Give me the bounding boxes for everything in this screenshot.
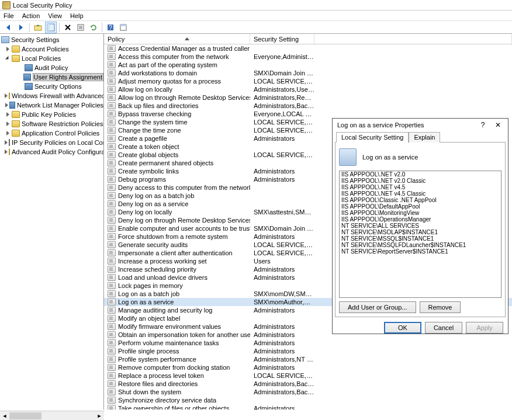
dialog-title-bar[interactable]: Log on as a service Properties ? ✕ [333, 119, 508, 131]
tree-item[interactable]: IP Security Policies on Local Compute [0, 138, 103, 147]
policy-row[interactable]: Allow log on through Remote Desktop Serv… [104, 93, 512, 102]
principal-item[interactable]: IIS APPPOOL\Classic .NET AppPool [340, 197, 501, 203]
policy-row[interactable]: Synchronize directory service data [104, 396, 512, 404]
menu-help[interactable]: Help [70, 12, 84, 19]
principal-item[interactable]: IIS APPPOOL\.NET v2.0 [340, 171, 501, 178]
principal-item[interactable]: IIS APPPOOL\.NET v4.5 Classic [340, 190, 501, 197]
tree-hscrollbar[interactable]: ◄ ► [0, 411, 104, 420]
policy-item-icon [108, 258, 116, 265]
scroll-thumb[interactable] [9, 412, 41, 419]
principal-item[interactable]: IIS APPPOOL\MonitoringView [340, 210, 501, 216]
tree-item[interactable]: Public Key Policies [0, 110, 103, 119]
tree-pane[interactable]: Security Settings Account PoliciesLocal … [0, 34, 104, 409]
menu-view[interactable]: View [48, 12, 62, 19]
expander-icon[interactable] [5, 130, 11, 136]
policy-row[interactable]: Back up files and directoriesAdministrat… [104, 102, 512, 110]
policy-row[interactable]: Take ownership of files or other objects… [104, 404, 512, 409]
expander-icon[interactable] [5, 93, 8, 99]
menu-file[interactable]: File [4, 12, 14, 19]
policy-row[interactable]: Shut down the systemAdministrators,Backu… [104, 388, 512, 396]
add-user-group-button[interactable]: Add User or Group... [339, 301, 416, 313]
policy-row[interactable]: Add workstations to domainSMX\Domain Joi… [104, 69, 512, 77]
tab-explain[interactable]: Explain [409, 132, 440, 143]
up-button[interactable] [32, 22, 44, 33]
policy-row[interactable]: Access Credential Manager as a trusted c… [104, 44, 512, 53]
tree-item[interactable]: Network List Manager Policies [0, 100, 103, 110]
tree-item[interactable]: Audit Policy [0, 63, 103, 72]
policy-cell: Modify firmware environment values [104, 323, 250, 330]
setting-cell: Administrators,NT SERVI... [250, 356, 314, 363]
policy-row[interactable]: Remove computer from docking stationAdmi… [104, 363, 512, 372]
policy-cell: Deny log on as a batch job [104, 192, 250, 199]
policy-row[interactable]: Allow log on locallyAdministrators,Users… [104, 85, 512, 93]
tree-item[interactable]: Account Policies [0, 44, 103, 54]
back-button[interactable] [2, 22, 14, 33]
policy-row[interactable]: Restore files and directoriesAdministrat… [104, 380, 512, 388]
policy-row[interactable]: Act as part of the operating system [104, 61, 512, 69]
principals-listbox[interactable]: IIS APPPOOL\.NET v2.0IIS APPPOOL\.NET v2… [339, 171, 501, 298]
principal-item[interactable]: NT SERVICE\MSSQLFDLauncher$INSTANCE1 [340, 242, 501, 248]
expander-icon[interactable] [5, 149, 8, 155]
tree-item[interactable]: Advanced Audit Policy Configuration [0, 147, 103, 157]
dialog-title: Log on as a service Properties [337, 122, 475, 129]
principal-item[interactable]: IIS APPPOOL\.NET v4.5 [340, 184, 501, 190]
expander-icon[interactable] [5, 121, 11, 127]
setting-cell: Administrators [250, 364, 314, 371]
principal-item[interactable]: NT SERVICE\ALL SERVICES [340, 223, 501, 229]
policy-item-icon [108, 323, 116, 330]
menu-action[interactable]: Action [22, 12, 40, 19]
delete-button[interactable] [62, 22, 74, 33]
policy-cell: Create permanent shared objects [104, 159, 250, 166]
tab-local-security-setting[interactable]: Local Security Setting [336, 132, 409, 143]
tree-root[interactable]: Security Settings [0, 35, 103, 44]
cancel-button[interactable]: Cancel [425, 322, 462, 334]
tree-item[interactable]: Application Control Policies [0, 129, 103, 138]
properties-button[interactable] [117, 22, 129, 33]
policy-row[interactable]: Perform volume maintenance tasksAdminist… [104, 339, 512, 347]
policy-row[interactable]: Adjust memory quotas for a processLOCAL … [104, 77, 512, 85]
policy-name: Increase a process working set [118, 258, 207, 265]
export-button[interactable] [75, 22, 87, 33]
question-icon: ? [481, 121, 485, 129]
column-security-setting[interactable]: Security Setting [250, 34, 314, 44]
expander-icon[interactable] [5, 55, 11, 61]
refresh-button[interactable] [88, 22, 99, 33]
ok-button[interactable]: OK [384, 322, 421, 334]
expander-icon[interactable] [5, 140, 8, 145]
toolbar: ? [0, 21, 512, 34]
policy-item-icon [108, 225, 116, 232]
policy-name: Remove computer from docking station [118, 364, 230, 371]
tree-item[interactable]: Software Restriction Policies [0, 119, 103, 129]
tree-item[interactable]: Windows Firewall with Advanced Sec [0, 91, 103, 100]
principal-item[interactable]: NT SERVICE\MSSQL$INSTANCE1 [340, 235, 501, 242]
dialog-close-button[interactable]: ✕ [490, 120, 506, 130]
svg-rect-2 [47, 24, 50, 31]
forward-button[interactable] [15, 22, 27, 33]
principal-item[interactable]: NT SERVICE\ReportServer$INSTANCE1 [340, 248, 501, 255]
tree-item[interactable]: User Rights Assignment [0, 72, 103, 82]
expander-icon[interactable] [5, 46, 11, 52]
remove-button[interactable]: Remove [420, 301, 461, 313]
expander-icon[interactable] [5, 112, 11, 117]
policy-row[interactable]: Bypass traverse checkingEveryone,LOCAL S… [104, 110, 512, 118]
principal-item[interactable]: IIS APPPOOL\.NET v2.0 Classic [340, 178, 501, 184]
column-policy[interactable]: Policy [104, 34, 250, 44]
tree-item[interactable]: Local Policies [0, 54, 103, 63]
policy-row[interactable]: Access this computer from the networkEve… [104, 53, 512, 61]
tree-item[interactable]: Security Options [0, 82, 103, 91]
principal-item[interactable]: IIS APPPOOL\OperationsManager [340, 216, 501, 223]
policy-row[interactable]: Profile single processAdministrators [104, 347, 512, 355]
show-hide-tree-button[interactable] [45, 22, 57, 33]
principal-item[interactable]: IIS APPPOOL\DefaultAppPool [340, 203, 501, 210]
scroll-track[interactable] [9, 412, 95, 419]
dialog-help-button[interactable]: ? [475, 120, 490, 130]
policy-cell: Profile single process [104, 348, 250, 355]
expander-icon[interactable] [5, 102, 8, 108]
help-button[interactable]: ? [105, 22, 116, 33]
apply-button[interactable]: Apply [466, 322, 503, 334]
scroll-right-button[interactable]: ► [95, 412, 104, 420]
principal-item[interactable]: NT SERVICE\MSOLAP$INSTANCE1 [340, 229, 501, 235]
policy-row[interactable]: Profile system performanceAdministrators… [104, 355, 512, 363]
policy-row[interactable]: Replace a process level tokenLOCAL SERVI… [104, 372, 512, 380]
scroll-left-button[interactable]: ◄ [0, 412, 9, 420]
